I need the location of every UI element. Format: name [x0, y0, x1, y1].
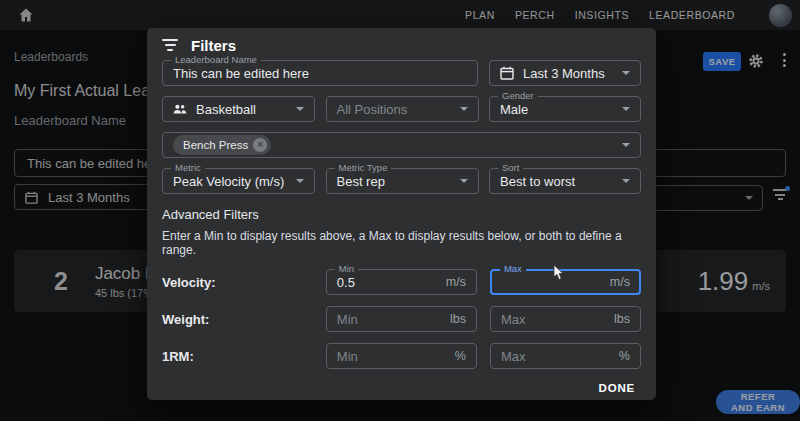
weight-min-unit: lbs: [450, 312, 466, 326]
velocity-max-label: Max: [500, 264, 526, 274]
sort-select-value: Best to worst: [500, 174, 575, 189]
app-window: PLAN PERCH INSIGHTS LEADERBOARD Leaderbo…: [0, 0, 800, 421]
onerm-min-input[interactable]: Min %: [326, 343, 477, 369]
sort-select-label: Sort: [498, 163, 523, 173]
advanced-filters-description: Enter a Min to display results above, a …: [162, 229, 641, 257]
velocity-min-input[interactable]: Min 0.5 m/s: [326, 269, 477, 295]
weight-max-input[interactable]: Max lbs: [490, 306, 641, 332]
advanced-filters-heading: Advanced Filters: [162, 207, 641, 222]
done-button[interactable]: DONE: [599, 382, 635, 394]
onerm-row-label: 1RM:: [162, 349, 326, 364]
filter-list-icon: [162, 39, 178, 51]
chip-close-icon[interactable]: [253, 138, 267, 152]
gender-select-label: Gender: [498, 91, 538, 101]
exercise-chip[interactable]: Bench Press: [173, 135, 271, 155]
sport-select[interactable]: Basketball: [162, 96, 315, 122]
metric-type-select[interactable]: Metric Type Best rep: [326, 168, 479, 194]
leaderboard-name-field-label: Leaderboard Name: [171, 55, 261, 65]
dialog-title: Filters: [191, 37, 236, 54]
exercise-select[interactable]: Bench Press: [162, 132, 641, 158]
velocity-max-unit: m/s: [610, 275, 630, 289]
metric-type-select-label: Metric Type: [335, 163, 392, 173]
filters-dialog: Filters Leaderboard Name This can be edi…: [147, 28, 656, 400]
gender-select[interactable]: Gender Male: [489, 96, 641, 122]
metric-type-select-value: Best rep: [337, 174, 385, 189]
sort-select[interactable]: Sort Best to worst: [489, 168, 641, 194]
chevron-down-icon: [622, 71, 630, 75]
chevron-down-icon: [460, 179, 468, 183]
chevron-down-icon: [296, 179, 304, 183]
velocity-max-input[interactable]: Max m/s: [490, 269, 641, 295]
leaderboard-name-field-value: This can be edited here: [173, 66, 309, 81]
velocity-min-label: Min: [335, 264, 358, 274]
cursor-arrow: [553, 265, 565, 281]
leaderboard-name-field[interactable]: Leaderboard Name This can be edited here: [162, 60, 478, 86]
metric-select[interactable]: Metric Peak Velocity (m/s): [162, 168, 315, 194]
weight-max-placeholder: Max: [501, 312, 526, 327]
chevron-down-icon: [622, 179, 630, 183]
chevron-down-icon: [460, 107, 468, 111]
onerm-max-unit: %: [619, 349, 630, 363]
weight-min-input[interactable]: Min lbs: [326, 306, 477, 332]
chevron-down-icon: [296, 107, 304, 111]
onerm-max-input[interactable]: Max %: [490, 343, 641, 369]
date-range-select-value: Last 3 Months: [523, 66, 605, 81]
exercise-chip-label: Bench Press: [183, 139, 248, 151]
metric-select-label: Metric: [171, 163, 205, 173]
velocity-min-unit: m/s: [446, 275, 466, 289]
people-icon: [173, 102, 187, 116]
onerm-min-unit: %: [455, 349, 466, 363]
weight-max-unit: lbs: [614, 312, 630, 326]
gender-select-value: Male: [500, 102, 528, 117]
onerm-min-placeholder: Min: [337, 349, 358, 364]
onerm-max-placeholder: Max: [501, 349, 526, 364]
velocity-row-label: Velocity:: [162, 275, 326, 290]
chevron-down-icon: [622, 143, 630, 147]
metric-select-value: Peak Velocity (m/s): [173, 174, 284, 189]
chevron-down-icon: [622, 107, 630, 111]
positions-select[interactable]: All Positions: [326, 96, 479, 122]
sport-select-value: Basketball: [196, 102, 256, 117]
calendar-icon: [500, 66, 514, 80]
velocity-min-value: 0.5: [337, 275, 355, 290]
weight-min-placeholder: Min: [337, 312, 358, 327]
date-range-select[interactable]: Last 3 Months: [489, 60, 641, 86]
weight-row-label: Weight:: [162, 312, 326, 327]
positions-select-placeholder: All Positions: [337, 102, 408, 117]
